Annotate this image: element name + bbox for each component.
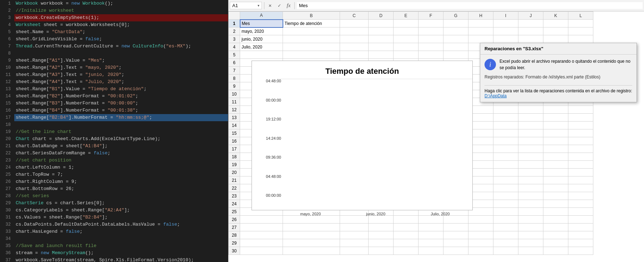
cell-E5[interactable]	[394, 51, 419, 59]
cell-B28[interactable]	[283, 231, 340, 239]
cell-D2[interactable]	[369, 27, 394, 35]
cell-F29[interactable]	[419, 239, 443, 247]
cell-A26[interactable]	[240, 216, 283, 224]
cell-K2[interactable]	[543, 27, 568, 35]
cell-K25[interactable]	[543, 208, 568, 216]
cell-I2[interactable]	[493, 27, 518, 35]
cell-E4[interactable]	[394, 43, 419, 51]
cell-D30[interactable]	[369, 247, 394, 255]
cell-E1[interactable]	[394, 20, 419, 27]
cell-I3[interactable]	[493, 35, 518, 43]
cell-J30[interactable]	[518, 247, 543, 255]
cell-A2[interactable]: mayo, 2020	[240, 27, 283, 35]
cell-J21[interactable]	[518, 176, 543, 184]
cell-J12[interactable]	[518, 106, 543, 114]
cell-F27[interactable]	[419, 224, 443, 231]
confirm-formula-icon[interactable]: ✓	[276, 2, 283, 9]
cell-L17[interactable]	[568, 145, 593, 153]
cell-L1[interactable]	[568, 20, 593, 27]
cell-K22[interactable]	[543, 184, 568, 192]
cell-A29[interactable]	[240, 239, 283, 247]
cell-L30[interactable]	[568, 247, 593, 255]
cell-C2[interactable]	[340, 27, 369, 35]
cell-I22[interactable]	[493, 184, 518, 192]
cell-E28[interactable]	[394, 231, 419, 239]
cell-L28[interactable]	[568, 231, 593, 239]
col-header-G[interactable]: G	[443, 12, 468, 20]
cell-G28[interactable]	[443, 231, 468, 239]
cell-J23[interactable]	[518, 192, 543, 200]
cell-K27[interactable]	[543, 224, 568, 231]
cell-C27[interactable]	[340, 224, 369, 231]
cell-I13[interactable]	[493, 114, 518, 122]
cell-F30[interactable]	[419, 247, 443, 255]
cell-K14[interactable]	[543, 122, 568, 129]
cell-I20[interactable]	[493, 169, 518, 176]
cell-G29[interactable]	[443, 239, 468, 247]
col-header-H[interactable]: H	[468, 12, 493, 20]
cell-K23[interactable]	[543, 192, 568, 200]
cell-J18[interactable]	[518, 153, 543, 161]
cell-I18[interactable]	[493, 153, 518, 161]
cell-B4[interactable]	[283, 43, 340, 51]
cell-L16[interactable]	[568, 137, 593, 145]
cell-E30[interactable]	[394, 247, 419, 255]
cell-I21[interactable]	[493, 176, 518, 184]
col-header-F[interactable]: F	[419, 12, 443, 20]
cell-K18[interactable]	[543, 153, 568, 161]
dropdown-icon[interactable]: ▾	[258, 4, 259, 7]
cell-G5[interactable]	[443, 51, 468, 59]
code-editor[interactable]: 1Workbook workbook = new Workbook();2//I…	[0, 0, 228, 262]
repair-log-link[interactable]: D:\AppData	[485, 93, 507, 98]
cell-J1[interactable]	[518, 20, 543, 27]
col-header-D[interactable]: D	[369, 12, 394, 20]
cell-H30[interactable]	[468, 247, 493, 255]
cell-J15[interactable]	[518, 129, 543, 137]
cell-G27[interactable]	[443, 224, 468, 231]
cell-B3[interactable]	[283, 35, 340, 43]
cell-G4[interactable]	[443, 43, 468, 51]
cell-A1[interactable]: Mes	[240, 20, 283, 27]
cell-L2[interactable]	[568, 27, 593, 35]
cell-H3[interactable]	[468, 35, 493, 43]
cell-B29[interactable]	[283, 239, 340, 247]
col-header-C[interactable]: C	[340, 12, 369, 20]
cell-H27[interactable]	[468, 224, 493, 231]
cell-E26[interactable]	[394, 216, 419, 224]
cell-J14[interactable]	[518, 122, 543, 129]
cell-G30[interactable]	[443, 247, 468, 255]
cell-B1[interactable]: Tiempo de atención	[283, 20, 340, 27]
cell-C26[interactable]	[340, 216, 369, 224]
cell-G2[interactable]	[443, 27, 468, 35]
cell-C4[interactable]	[340, 43, 369, 51]
cell-A5[interactable]	[240, 51, 283, 59]
cell-K26[interactable]	[543, 216, 568, 224]
col-header-B[interactable]: B	[283, 12, 340, 20]
cell-I29[interactable]	[493, 239, 518, 247]
cell-reference-box[interactable]: A1 ▾	[230, 2, 262, 9]
cell-I25[interactable]	[493, 208, 518, 216]
cell-F5[interactable]	[419, 51, 443, 59]
cell-A30[interactable]	[240, 247, 283, 255]
cell-J26[interactable]	[518, 216, 543, 224]
cell-F2[interactable]	[419, 27, 443, 35]
cell-D4[interactable]	[369, 43, 394, 51]
cell-J28[interactable]	[518, 231, 543, 239]
cell-J24[interactable]	[518, 200, 543, 208]
cell-L13[interactable]	[568, 114, 593, 122]
cell-L29[interactable]	[568, 239, 593, 247]
cell-H2[interactable]	[468, 27, 493, 35]
cell-J29[interactable]	[518, 239, 543, 247]
cell-C5[interactable]	[340, 51, 369, 59]
cell-F3[interactable]	[419, 35, 443, 43]
cell-J25[interactable]	[518, 208, 543, 216]
cell-D27[interactable]	[369, 224, 394, 231]
cell-H26[interactable]	[468, 216, 493, 224]
col-header-J[interactable]: J	[518, 12, 543, 20]
cell-L18[interactable]	[568, 153, 593, 161]
cell-F28[interactable]	[419, 231, 443, 239]
cell-C30[interactable]	[340, 247, 369, 255]
cell-L26[interactable]	[568, 216, 593, 224]
cell-K17[interactable]	[543, 145, 568, 153]
cell-L15[interactable]	[568, 129, 593, 137]
